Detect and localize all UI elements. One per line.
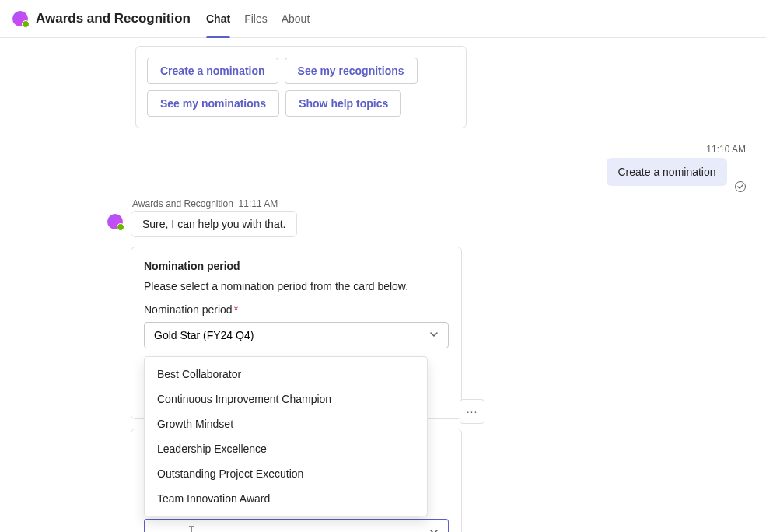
text-cursor-icon [187,526,195,532]
more-menu-button[interactable]: ··· [460,399,484,424]
bot-timestamp: 11:11 AM [239,198,278,209]
dropdown-item[interactable]: Continuous Improvement Champion [145,387,427,411]
app-avatar [12,11,28,26]
user-timestamp: 11:10 AM [607,144,746,155]
header-tabs: Chat Files About [206,6,310,31]
app-title: Awards and Recognition [36,11,191,26]
quick-actions-card: Create a nomination See my recognitions … [135,46,467,128]
sent-check-icon [735,181,746,192]
see-nominations-button[interactable]: See my nominations [147,90,279,117]
select-value: Gold Star (FY24 Q4) [154,329,254,341]
tab-chat[interactable]: Chat [206,6,230,31]
dropdown-item[interactable]: Leadership Excellence [145,436,427,461]
tab-files[interactable]: Files [244,6,268,31]
form-heading: Nomination period [144,260,449,272]
nomination-period-card: Nomination period Please select a nomina… [131,247,462,419]
bot-name: Awards and Recognition [132,198,233,209]
dropdown-item[interactable]: Growth Mindset [145,411,427,436]
create-nomination-button[interactable]: Create a nomination [147,58,278,84]
bot-meta: Awards and Recognition 11:11 AM [131,198,462,209]
chevron-down-icon [429,329,439,341]
nomination-period-select[interactable]: Gold Star (FY24 Q4) [144,322,449,348]
form-label: Nomination period* [144,303,449,316]
dropdown-item[interactable]: Best Collaborator [145,362,427,387]
chat-area: Create a nomination See my recognitions … [0,38,766,532]
bot-reply-bubble: Sure, I can help you with that. [131,211,297,237]
show-help-button[interactable]: Show help topics [285,90,401,117]
form-subtext: Please select a nomination period from t… [144,280,449,292]
bot-avatar [107,214,123,229]
award-dropdown-list: Best Collaborator Continuous Improvement… [144,356,428,516]
award-select-input[interactable] [144,519,449,532]
see-recognitions-button[interactable]: See my recognitions [285,58,418,84]
dropdown-item[interactable]: Outstanding Project Execution [145,461,427,486]
dropdown-item[interactable]: Team Innovation Award [145,486,427,511]
tab-about[interactable]: About [282,6,310,31]
app-header: Awards and Recognition Chat Files About [0,0,766,38]
user-message-bubble: Create a nomination [607,158,726,186]
chevron-down-icon [429,527,439,532]
bot-row: Awards and Recognition 11:11 AM Sure, I … [107,198,750,532]
user-message-row: 11:10 AM Create a nomination [20,144,746,186]
